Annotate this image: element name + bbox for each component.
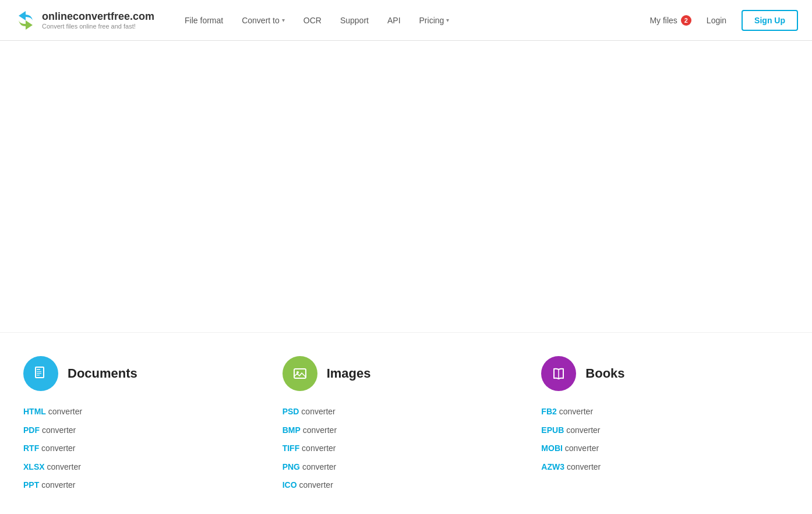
documents-title: Documents — [68, 366, 137, 381]
header: onlineconvertfree.com Convert files onli… — [0, 0, 812, 41]
main-content — [0, 41, 812, 332]
logo[interactable]: onlineconvertfree.com Convert files onli… — [14, 9, 154, 32]
png-converter-link[interactable]: PNG converter — [283, 458, 518, 477]
nav-pricing[interactable]: Pricing ▾ — [412, 11, 457, 30]
categories-row: Documents HTML converter PDF converter R… — [23, 356, 789, 495]
pricing-arrow-icon: ▾ — [446, 17, 449, 23]
svg-rect-5 — [37, 375, 40, 376]
svg-rect-4 — [37, 373, 41, 374]
tiff-converter-link[interactable]: TIFF converter — [283, 439, 518, 458]
my-files-badge: 2 — [681, 15, 691, 26]
fb2-converter-link[interactable]: FB2 converter — [541, 403, 777, 421]
nav-convert-to[interactable]: Convert to ▾ — [235, 11, 292, 30]
rtf-converter-link[interactable]: RTF converter — [23, 439, 259, 458]
logo-icon — [14, 9, 37, 32]
login-button[interactable]: Login — [701, 12, 732, 29]
azw3-converter-link[interactable]: AZW3 converter — [541, 458, 777, 477]
books-header: Books — [541, 356, 777, 391]
svg-rect-1 — [36, 367, 44, 378]
images-title: Images — [327, 366, 371, 381]
books-title: Books — [585, 366, 624, 381]
mobi-converter-link[interactable]: MOBI converter — [541, 439, 777, 458]
nav-file-format[interactable]: File format — [178, 11, 230, 30]
svg-rect-7 — [294, 369, 306, 378]
nav-api[interactable]: API — [380, 11, 408, 30]
nav-ocr[interactable]: OCR — [296, 11, 329, 30]
category-documents: Documents HTML converter PDF converter R… — [23, 356, 271, 495]
bottom-section: Documents HTML converter PDF converter R… — [0, 332, 812, 514]
ico-converter-link[interactable]: ICO converter — [283, 476, 518, 495]
logo-text: onlineconvertfree.com Convert files onli… — [42, 10, 154, 30]
signup-button[interactable]: Sign Up — [742, 10, 798, 31]
svg-rect-3 — [37, 371, 41, 372]
image-icon — [292, 365, 308, 382]
document-icon — [33, 365, 49, 382]
psd-converter-link[interactable]: PSD converter — [283, 403, 518, 421]
header-right: My files 2 Login Sign Up — [649, 10, 798, 31]
book-icon — [550, 365, 567, 382]
images-header: Images — [283, 356, 518, 391]
category-images: Images PSD converter BMP converter TIFF … — [271, 356, 530, 495]
logo-subtitle: Convert files online free and fast! — [42, 23, 154, 30]
logo-title: onlineconvertfree.com — [42, 10, 154, 23]
category-books: Books FB2 converter EPUB converter MOBI … — [529, 356, 789, 495]
nav-support[interactable]: Support — [333, 11, 376, 30]
books-icon-circle — [541, 356, 576, 391]
html-converter-link[interactable]: HTML converter — [23, 403, 259, 421]
documents-icon-circle — [23, 356, 58, 391]
my-files-link[interactable]: My files 2 — [649, 15, 691, 26]
svg-rect-2 — [37, 369, 40, 370]
ppt-converter-link[interactable]: PPT converter — [23, 476, 259, 495]
epub-converter-link[interactable]: EPUB converter — [541, 421, 777, 440]
my-files-label: My files — [649, 16, 677, 25]
images-icon-circle — [283, 356, 317, 391]
bmp-converter-link[interactable]: BMP converter — [283, 421, 518, 440]
pdf-converter-link[interactable]: PDF converter — [23, 421, 259, 440]
xlsx-converter-link[interactable]: XLSX converter — [23, 458, 259, 477]
documents-header: Documents — [23, 356, 259, 391]
convert-to-arrow-icon: ▾ — [282, 17, 285, 23]
main-nav: File format Convert to ▾ OCR Support API… — [178, 11, 649, 30]
